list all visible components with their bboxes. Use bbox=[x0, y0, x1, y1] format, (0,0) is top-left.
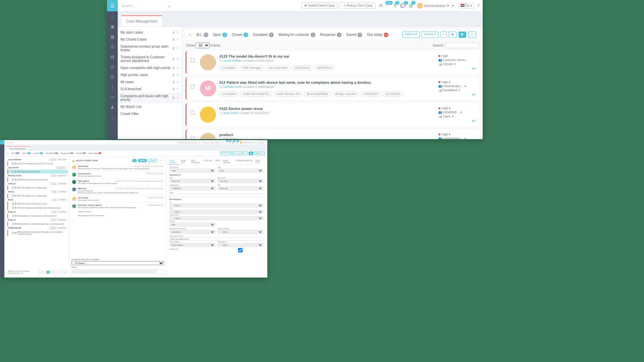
view-grid-icon[interactable]: ▦ bbox=[449, 32, 457, 38]
form-tab[interactable]: CASE DETAILS bbox=[169, 159, 179, 165]
reply-icon[interactable]: ↩ bbox=[472, 66, 476, 71]
edit-icon[interactable]: ✎ bbox=[176, 38, 179, 41]
delete-icon[interactable]: 🗑 bbox=[172, 80, 175, 84]
org-select[interactable]: × SIEMENS bbox=[169, 186, 215, 190]
main-category-select[interactable]: Biocompatibility bbox=[169, 243, 215, 247]
saved-filter-row[interactable]: All cases🗑✎ bbox=[118, 78, 182, 85]
delete-icon[interactable]: 🗑 bbox=[172, 66, 175, 70]
form-tab[interactable]: AUDIT TRAIL bbox=[255, 159, 263, 165]
case-card[interactable]: product ▢ 09/02/2015 High ▾ 👥 Administra… bbox=[185, 129, 479, 139]
editor-toolbar[interactable] bbox=[71, 269, 164, 274]
status-filter[interactable]: Closed 1 bbox=[232, 33, 248, 37]
view-grid-icon[interactable]: ▦ bbox=[254, 152, 259, 155]
edit-icon[interactable]: ✎ bbox=[176, 57, 179, 61]
tag[interactable]: Risk Manager bbox=[240, 65, 264, 70]
owner-select[interactable]: - - - Select - - - bbox=[169, 216, 263, 220]
reply-icon[interactable]: ↩ bbox=[472, 92, 476, 97]
status-filter[interactable]: Solved 2 bbox=[76, 152, 86, 154]
book-icon[interactable]: ▤ bbox=[107, 52, 118, 62]
assets-input[interactable] bbox=[169, 237, 263, 241]
cc-select[interactable]: - - - Select - - - bbox=[169, 210, 263, 214]
case-row[interactable]: #85 problems that respect the safe use o… bbox=[7, 230, 68, 236]
user-menu[interactable]: Administrator ▾ bbox=[240, 141, 257, 144]
priority-select[interactable]: High bbox=[169, 223, 215, 227]
case-row[interactable]: #83 problem of this hearing aid has a bu… bbox=[7, 222, 68, 226]
checkbox[interactable] bbox=[191, 58, 195, 62]
collapse-icon[interactable]: ⇤ bbox=[7, 152, 9, 155]
form-tab[interactable]: ACTIVITIES bbox=[204, 159, 213, 165]
status-filter[interactable]: ALL 10 bbox=[11, 152, 19, 154]
tag[interactable]: 11/10/2015 bbox=[382, 91, 403, 97]
status-filter[interactable]: ALL 9 bbox=[196, 33, 208, 37]
link-icon[interactable]: ⚲3 bbox=[393, 3, 397, 8]
case-row[interactable]: #123 The model Ida doesn't fit to my ear bbox=[7, 162, 68, 166]
user-select[interactable]: Select user bbox=[169, 179, 215, 183]
link-icon[interactable]: ⚲● bbox=[229, 141, 230, 143]
delete-icon[interactable]: 🗑 bbox=[172, 38, 175, 41]
search-icon[interactable]: ⌕ bbox=[23, 141, 24, 143]
chat-icon[interactable]: 💬● bbox=[232, 141, 234, 143]
phone-icon[interactable]: ✆ bbox=[107, 42, 118, 52]
saved-filter-row[interactable]: SLA breached🗑✎ bbox=[118, 85, 182, 93]
home-icon[interactable]: ⌂ bbox=[107, 11, 118, 21]
delete-icon[interactable]: 🗑 bbox=[172, 96, 175, 100]
update-button[interactable]: Update bbox=[138, 159, 147, 162]
user-icon[interactable]: ♟ bbox=[107, 102, 118, 112]
saved-filter-row[interactable]: Complaints and issues with high priority… bbox=[118, 93, 182, 103]
bell-icon[interactable]: ☄● bbox=[226, 141, 227, 143]
doc-icon[interactable]: ▤1 bbox=[409, 3, 413, 8]
status-filter[interactable]: Open 9 bbox=[22, 152, 31, 154]
calendar-icon[interactable]: ▦ bbox=[107, 32, 118, 42]
select-all-button[interactable]: Select All bbox=[402, 32, 420, 38]
status-filter[interactable]: Closed 1 bbox=[33, 152, 43, 154]
product-select[interactable]: - - - Select - - - bbox=[217, 230, 263, 234]
edit-icon[interactable]: ✎ bbox=[176, 31, 179, 34]
status-filter[interactable]: Escalated 1 bbox=[46, 152, 58, 154]
search-input[interactable]: Search bbox=[6, 141, 13, 143]
lang-selector[interactable]: EN ▾ bbox=[458, 3, 475, 8]
status-filter[interactable]: Waiting for customer 1 bbox=[278, 33, 315, 37]
form-tab[interactable]: WORK ORDERS bbox=[223, 159, 233, 165]
saved-filter-row[interactable]: My Closed Cases🗑✎ bbox=[118, 36, 182, 43]
case-row[interactable]: #101 Device power issue bbox=[7, 170, 68, 174]
tag[interactable]: Complaint bbox=[219, 65, 238, 70]
view-list-icon[interactable]: ≡ bbox=[440, 32, 447, 38]
checkbox[interactable] bbox=[191, 111, 195, 115]
tag[interactable]: Biocompatibility bbox=[304, 91, 331, 97]
doc-icon[interactable]: ▤● bbox=[236, 141, 238, 143]
logout-icon[interactable]: ⇤ bbox=[452, 3, 455, 8]
view-list-icon[interactable]: ≡ bbox=[244, 152, 248, 155]
submit-case-button[interactable]: ✚ Submit New Case bbox=[301, 2, 338, 9]
saved-filter-row[interactable]: My open cases🗑✎ bbox=[118, 29, 182, 36]
product-group-select[interactable]: Accessories bbox=[169, 230, 215, 234]
cancel-button[interactable]: Cancel bbox=[148, 159, 157, 162]
private-checkbox[interactable] bbox=[217, 248, 263, 252]
checkbox[interactable] bbox=[191, 84, 195, 88]
tab-case-management[interactable]: Case Management bbox=[121, 15, 162, 26]
lang-selector[interactable]: EN ▾ bbox=[258, 140, 265, 144]
saved-filter-row[interactable]: High priority cases🗑✎ bbox=[118, 71, 182, 78]
info-icon[interactable]: ⓘ bbox=[468, 32, 476, 38]
status-filter[interactable]: Escalated 1 bbox=[253, 33, 274, 37]
saved-filter-row[interactable]: Open complaints with high priority🗑✎ bbox=[118, 64, 182, 71]
select-all-button[interactable]: Select All bbox=[220, 152, 231, 155]
usergroup-select[interactable]: User group bbox=[217, 179, 263, 183]
search-icon[interactable]: ⌕ bbox=[168, 4, 170, 8]
search-input[interactable]: Search … bbox=[121, 4, 151, 8]
checkbox[interactable] bbox=[191, 137, 195, 139]
tags-input[interactable] bbox=[169, 194, 263, 197]
edit-button[interactable]: ✎ bbox=[132, 159, 137, 162]
mail-icon[interactable]: ✉ bbox=[222, 141, 224, 143]
case-card[interactable]: #101 Device power issue ▢ Jack Smith Cre… bbox=[185, 103, 479, 126]
saved-filter-row[interactable]: Tickets Assigned to Customer service dep… bbox=[118, 54, 182, 64]
more-icon[interactable]: ⋯ bbox=[158, 159, 163, 162]
status-filter[interactable]: Reopened 3 bbox=[61, 152, 73, 154]
case-status-select[interactable]: Open bbox=[169, 169, 215, 173]
status-filter[interactable]: Due today 0 bbox=[89, 152, 101, 154]
pickup-case-button[interactable]: ↗ Pickup One Case bbox=[340, 2, 376, 9]
form-tab[interactable]: CORRESPONDENCES bbox=[235, 159, 253, 165]
view-compact-icon[interactable]: ◧ bbox=[459, 32, 466, 38]
role-select[interactable]: Select role bbox=[217, 186, 263, 190]
tag[interactable]: Complaint bbox=[219, 91, 238, 97]
tag[interactable]: Audio Service XS bbox=[274, 91, 303, 97]
